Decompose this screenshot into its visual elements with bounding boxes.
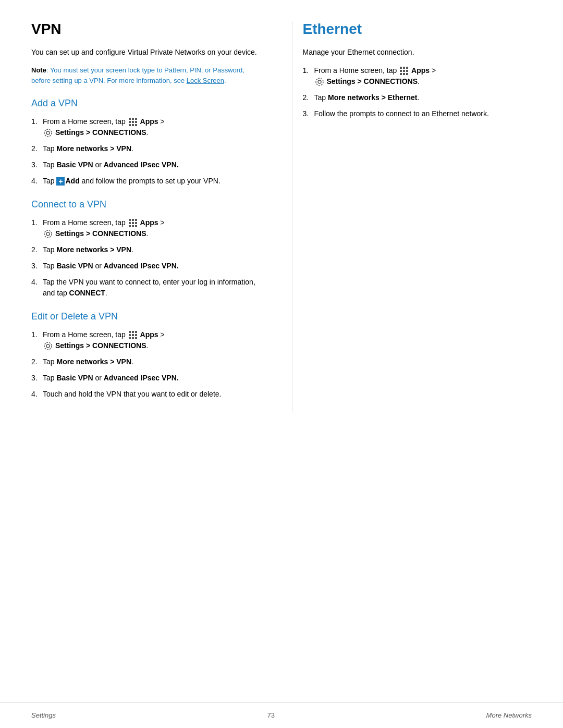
note-end: . [224,77,226,84]
svg-rect-6 [129,124,131,126]
svg-rect-25 [129,334,131,336]
edit-delete-vpn-title: Edit or Delete a VPN [31,311,261,322]
add-vpn-step-2: 2. Tap More networks > VPN. [31,143,261,154]
svg-rect-18 [132,225,134,227]
note-label: Note [31,66,46,74]
svg-rect-37 [403,70,405,72]
connect-vpn-step-3: 3. Tap Basic VPN or Advanced IPsec VPN. [31,261,261,272]
ethernet-title: Ethernet [303,21,532,38]
svg-rect-19 [135,225,137,227]
edit-delete-vpn-step-3: 3. Tap Basic VPN or Advanced IPsec VPN. [31,373,261,384]
add-vpn-step-1: 1. From a Home screen, tap Apps > [31,116,261,138]
svg-rect-17 [129,225,131,227]
ethernet-section: Ethernet Manage your Ethernet connection… [292,21,532,412]
svg-rect-24 [135,331,137,333]
svg-rect-38 [406,70,408,72]
svg-rect-22 [129,331,131,333]
add-vpn-step-3: 3. Tap Basic VPN or Advanced IPsec VPN. [31,159,261,170]
footer-page-number: 73 [267,711,275,719]
connect-vpn-step-1: 1. From a Home screen, tap Apps > [31,217,261,239]
svg-rect-8 [135,124,137,126]
apps-icon-3 [128,330,138,340]
settings-icon-3 [43,341,53,351]
svg-point-20 [46,232,50,236]
svg-rect-12 [132,219,134,221]
svg-rect-13 [135,219,137,221]
ethernet-step-2: 2. Tap More networks > Ethernet. [303,92,532,103]
connect-vpn-steps: 1. From a Home screen, tap Apps > [31,217,261,299]
svg-point-10 [44,129,52,137]
edit-delete-vpn-step-4: 4. Touch and hold the VPN that you want … [31,389,261,400]
svg-rect-3 [129,121,131,123]
svg-point-9 [46,131,50,134]
footer-right: More Networks [486,711,532,719]
ethernet-intro: Manage your Ethernet connection. [303,47,532,58]
svg-rect-1 [132,118,134,120]
vpn-title: VPN [31,21,261,38]
connect-vpn-step-2: 2. Tap More networks > VPN. [31,244,261,255]
apps-icon-2 [128,218,138,228]
svg-point-31 [46,344,50,348]
add-vpn-steps: 1. From a Home screen, tap Apps > [31,116,261,187]
connect-vpn-title: Connect to a VPN [31,199,261,210]
svg-point-42 [318,80,321,83]
apps-icon [128,117,138,127]
ethernet-steps: 1. From a Home screen, tap Apps > [303,65,532,119]
svg-rect-14 [129,222,131,224]
ethernet-step-1: 1. From a Home screen, tap Apps > [303,65,532,87]
svg-rect-7 [132,124,134,126]
connect-vpn-step-4: 4. Tap the VPN you want to connect to, e… [31,277,261,299]
svg-rect-4 [132,121,134,123]
svg-rect-39 [400,73,402,75]
svg-rect-5 [135,121,137,123]
svg-point-32 [44,342,52,350]
settings-icon-eth [315,77,324,87]
edit-delete-vpn-step-1: 1. From a Home screen, tap Apps > [31,329,261,351]
svg-point-43 [316,78,323,85]
svg-rect-29 [132,337,134,339]
settings-icon-2 [43,229,53,239]
edit-delete-vpn-steps: 1. From a Home screen, tap Apps > [31,329,261,400]
ethernet-step-3: 3. Follow the prompts to connect to an E… [303,108,532,119]
svg-point-21 [44,230,52,238]
svg-rect-35 [406,67,408,69]
svg-rect-30 [135,337,137,339]
edit-delete-vpn-step-2: 2. Tap More networks > VPN. [31,356,261,367]
apps-icon-eth [399,66,409,76]
svg-rect-11 [129,219,131,221]
vpn-section: VPN You can set up and configure Virtual… [31,21,271,412]
svg-rect-34 [403,67,405,69]
svg-rect-41 [406,73,408,75]
svg-rect-28 [129,337,131,339]
add-vpn-step-4: 4. Tap +Add and follow the prompts to se… [31,176,261,187]
add-vpn-title: Add a VPN [31,98,261,109]
settings-icon-1 [43,128,53,138]
svg-rect-0 [129,118,131,120]
svg-rect-2 [135,118,137,120]
svg-rect-16 [135,222,137,224]
svg-rect-27 [135,334,137,336]
vpn-intro: You can set up and configure Virtual Pri… [31,47,261,58]
svg-rect-26 [132,334,134,336]
add-icon: + [56,177,65,186]
footer-left: Settings [31,711,56,719]
svg-rect-15 [132,222,134,224]
page-footer: Settings 73 More Networks [0,702,563,728]
vpn-note: Note: You must set your screen lock type… [31,65,261,85]
svg-rect-23 [132,331,134,333]
lock-screen-link[interactable]: Lock Screen [187,77,224,84]
svg-rect-40 [403,73,405,75]
svg-rect-33 [400,67,402,69]
svg-rect-36 [400,70,402,72]
